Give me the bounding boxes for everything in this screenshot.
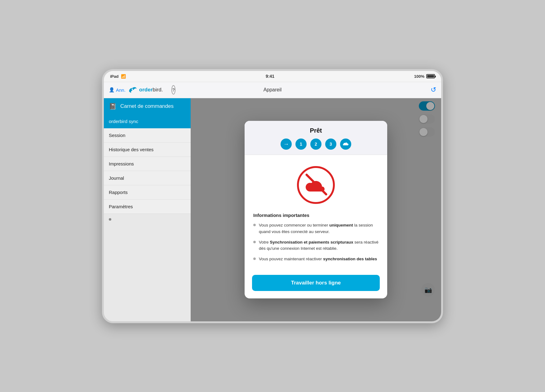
no-cloud-svg (296, 165, 336, 205)
step-3: 3 (325, 139, 336, 150)
sidebar: 📓 Carnet de commandes orderbird sync Ses… (104, 98, 191, 321)
offline-button[interactable]: Travailler hors ligne (252, 275, 380, 291)
sidebar-header-label: Carnet de commandes (120, 103, 174, 109)
sidebar-item-journal[interactable]: Journal (104, 171, 191, 185)
step-2: 2 (310, 139, 321, 150)
cloud-step-icon (343, 142, 349, 146)
device-label: Appareil (171, 87, 374, 93)
sidebar-item-session[interactable]: Session (104, 128, 191, 143)
bullet-2 (253, 241, 256, 243)
step-1: 1 (295, 139, 307, 150)
info-title: Informations importantes (253, 213, 379, 218)
sidebar-parametres-label: Paramètres (109, 204, 133, 209)
ipad-frame: iPad 📶 9:41 100% 👤 Ann. (102, 69, 443, 323)
bullet-1 (253, 224, 256, 226)
modal-dialog: Prêt → 1 2 3 (245, 121, 387, 298)
sidebar-item-parametres[interactable]: Paramètres (104, 200, 191, 214)
cancel-button[interactable]: 👤 Ann. (109, 87, 126, 93)
sidebar-impressions-label: Impressions (109, 161, 134, 166)
status-left: iPad 📶 (110, 74, 126, 79)
refresh-icon[interactable]: ↺ (431, 86, 436, 94)
step-arrow: → (281, 139, 292, 150)
main-content: 📓 Carnet de commandes orderbird sync Ses… (104, 98, 441, 321)
sidebar-session-label: Session (109, 133, 125, 138)
modal-overlay: Prêt → 1 2 3 (191, 98, 441, 321)
modal-header: Prêt → 1 2 3 (245, 121, 387, 155)
info-text-3: Vous pouvez maintenant réactiver synchro… (259, 256, 377, 262)
info-item-2: Votre Synchronisation et paiements scrip… (253, 239, 379, 252)
sidebar-dot-indicator (109, 218, 111, 221)
top-nav: 👤 Ann. orderbird. ? Appareil (104, 82, 441, 98)
modal-footer: Travailler hors ligne (245, 270, 387, 298)
sidebar-item-rapports[interactable]: Rapports (104, 185, 191, 200)
nav-left: 👤 Ann. orderbird. ? (109, 85, 171, 95)
modal-title: Prêt (252, 127, 380, 134)
cancel-label: Ann. (116, 87, 126, 93)
nav-right: ↺ (374, 86, 436, 94)
battery-icon (426, 74, 435, 78)
person-icon: 👤 (109, 87, 115, 93)
status-time: 9:41 (266, 74, 274, 79)
info-list: Vous pouvez commencer ou terminer unique… (253, 222, 379, 262)
app-container: 👤 Ann. orderbird. ? Appareil (104, 82, 441, 321)
sidebar-sync-label: orderbird sync (109, 119, 138, 124)
status-bar: iPad 📶 9:41 100% (104, 71, 441, 82)
sidebar-historique-label: Historique des ventes (109, 147, 153, 152)
logo-text: orderbird. (139, 87, 163, 93)
sidebar-item-impressions[interactable]: Impressions (104, 157, 191, 171)
step-indicators: → 1 2 3 (252, 139, 380, 150)
status-right: 100% (414, 74, 435, 79)
info-text-1: Vous pouvez commencer ou terminer unique… (259, 222, 379, 235)
modal-body: Informations importantes Vous pouvez com… (245, 155, 387, 270)
battery-label: 100% (414, 74, 424, 79)
sidebar-rapports-label: Rapports (109, 190, 128, 195)
cloud-offline-icon (253, 165, 379, 205)
right-content: 📷 Prêt → 1 2 3 (191, 98, 441, 321)
bird-icon (128, 86, 138, 94)
sidebar-item-sync[interactable]: orderbird sync (104, 114, 191, 128)
info-item-3: Vous pouvez maintenant réactiver synchro… (253, 256, 379, 262)
wifi-icon: 📶 (121, 74, 126, 79)
step-cloud (340, 139, 351, 150)
orderbird-logo: orderbird. (128, 86, 163, 94)
sidebar-journal-label: Journal (109, 175, 124, 181)
bullet-3 (253, 258, 256, 260)
info-item-1: Vous pouvez commencer ou terminer unique… (253, 222, 379, 235)
sidebar-header: 📓 Carnet de commandes (104, 98, 191, 114)
notebook-icon: 📓 (109, 103, 117, 110)
info-text-2: Votre Synchronisation et paiements scrip… (259, 239, 379, 252)
sidebar-item-historique[interactable]: Historique des ventes (104, 143, 191, 157)
ipad-label: iPad (110, 74, 118, 79)
